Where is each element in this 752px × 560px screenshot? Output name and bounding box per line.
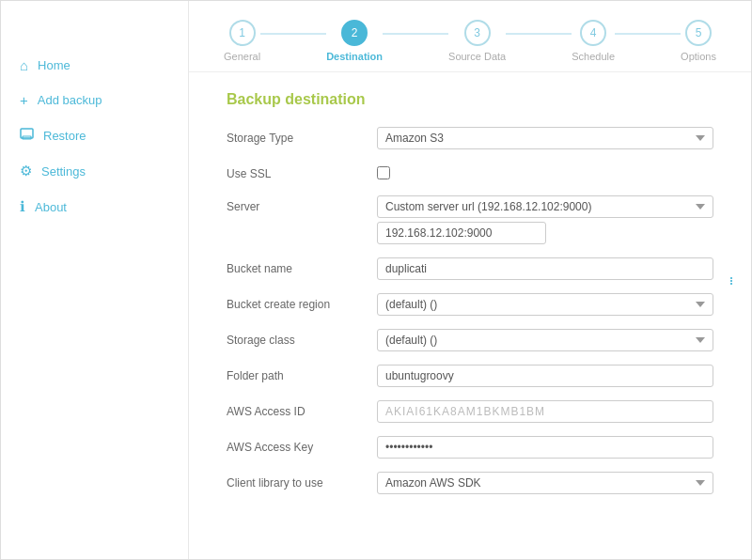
step-circle-5: 5: [685, 20, 712, 46]
storage-type-control: Amazon S3 Local folder FTP SFTP Google D…: [377, 127, 713, 149]
step-line-2: [383, 33, 448, 35]
sidebar-item-add-backup[interactable]: + Add backup: [1, 83, 188, 117]
client-library-row: Client library to use Amazon AWS SDK Min…: [227, 472, 713, 494]
server-input-group: Custom server url (192.168.12.102:9000): [377, 195, 713, 244]
server-custom-input[interactable]: [377, 222, 546, 244]
step-line-1: [260, 33, 326, 35]
step-label-2: Destination: [326, 51, 383, 62]
bucket-region-row: Bucket create region (default) (): [227, 293, 713, 316]
storage-class-select-wrapper: (default) (): [377, 329, 713, 351]
use-ssl-checkbox[interactable]: [377, 166, 390, 179]
folder-path-control: [377, 365, 713, 387]
step-label-1: General: [224, 51, 260, 62]
sidebar-item-settings-label: Settings: [41, 164, 86, 179]
folder-path-label: Folder path: [227, 365, 377, 382]
aws-access-key-control: [377, 436, 713, 459]
form-area: Backup destination Storage Type Amazon S…: [189, 72, 751, 559]
server-select[interactable]: Custom server url (192.168.12.102:9000): [377, 195, 713, 218]
use-ssl-control: [377, 163, 713, 182]
bucket-region-select-wrapper: (default) (): [377, 293, 713, 316]
bucket-name-label: Bucket name: [227, 257, 377, 275]
storage-class-control: (default) (): [377, 329, 713, 351]
aws-access-key-label: AWS Access Key: [227, 436, 377, 454]
aws-access-id-input[interactable]: [377, 400, 713, 423]
storage-type-label: Storage Type: [227, 127, 377, 145]
restore-icon: [20, 127, 34, 144]
aws-access-id-row: AWS Access ID: [227, 400, 713, 423]
server-label: Server: [227, 195, 377, 213]
aws-access-id-control: [377, 400, 713, 423]
about-icon: ℹ: [20, 198, 25, 215]
bucket-name-input[interactable]: [377, 257, 713, 280]
server-row: Server Custom server url (192.168.12.102…: [227, 195, 713, 244]
add-icon: +: [20, 92, 28, 108]
aws-access-id-label: AWS Access ID: [227, 400, 377, 418]
app-container: ⌂ Home + Add backup Restore ⚙ Settings ℹ…: [0, 0, 752, 560]
sidebar-item-restore-label: Restore: [43, 129, 86, 143]
server-select-wrapper: Custom server url (192.168.12.102:9000): [377, 195, 713, 218]
bucket-region-label: Bucket create region: [227, 293, 377, 311]
storage-type-select-wrapper: Amazon S3 Local folder FTP SFTP Google D…: [377, 127, 713, 149]
sidebar: ⌂ Home + Add backup Restore ⚙ Settings ℹ…: [1, 1, 189, 559]
aws-access-key-input[interactable]: [377, 436, 713, 459]
three-dot-menu[interactable]: ···: [722, 275, 742, 284]
step-line-3: [506, 33, 572, 35]
sidebar-item-home[interactable]: ⌂ Home: [1, 48, 188, 83]
sidebar-item-about-label: About: [35, 200, 67, 214]
sidebar-logo: [1, 20, 188, 48]
step-container: 1 General 2 Destination 3 Source Data 4 …: [224, 20, 716, 62]
aws-access-key-row: AWS Access Key: [227, 436, 713, 459]
step-circle-3: 3: [464, 20, 491, 46]
bucket-name-row: Bucket name: [227, 257, 713, 280]
step-1[interactable]: 1 General: [224, 20, 260, 62]
sidebar-item-restore[interactable]: Restore: [1, 117, 188, 153]
bucket-region-control: (default) (): [377, 293, 713, 316]
step-2[interactable]: 2 Destination: [326, 20, 383, 62]
client-library-control: Amazon AWS SDK MinIO SDK: [377, 472, 713, 494]
sidebar-item-about[interactable]: ℹ About: [1, 189, 188, 225]
storage-class-row: Storage class (default) (): [227, 329, 713, 351]
client-library-select-wrapper: Amazon AWS SDK MinIO SDK: [377, 472, 713, 494]
sidebar-item-add-backup-label: Add backup: [38, 93, 102, 107]
step-5[interactable]: 5 Options: [681, 20, 716, 62]
step-line-4: [615, 33, 681, 35]
step-3[interactable]: 3 Source Data: [448, 20, 506, 62]
use-ssl-label: Use SSL: [227, 163, 377, 180]
step-label-4: Schedule: [572, 51, 615, 62]
main-content: 1 General 2 Destination 3 Source Data 4 …: [189, 1, 751, 559]
server-control: Custom server url (192.168.12.102:9000): [377, 195, 713, 244]
step-4[interactable]: 4 Schedule: [572, 20, 615, 62]
bucket-region-select[interactable]: (default) (): [377, 293, 713, 316]
sidebar-item-settings[interactable]: ⚙ Settings: [1, 153, 188, 189]
form-title: Backup destination: [227, 91, 713, 108]
storage-class-select[interactable]: (default) (): [377, 329, 713, 351]
step-label-3: Source Data: [448, 51, 506, 62]
client-library-select[interactable]: Amazon AWS SDK MinIO SDK: [377, 472, 713, 494]
storage-class-label: Storage class: [227, 329, 377, 347]
client-library-label: Client library to use: [227, 472, 377, 490]
step-label-5: Options: [681, 51, 716, 62]
folder-path-input[interactable]: [377, 365, 713, 387]
wizard-steps: 1 General 2 Destination 3 Source Data 4 …: [189, 1, 751, 72]
bucket-name-control: [377, 257, 713, 280]
storage-type-select[interactable]: Amazon S3 Local folder FTP SFTP Google D…: [377, 127, 713, 149]
folder-path-row: Folder path: [227, 365, 713, 387]
storage-type-row: Storage Type Amazon S3 Local folder FTP …: [227, 127, 713, 149]
use-ssl-row: Use SSL: [227, 163, 713, 182]
step-circle-1: 1: [229, 20, 256, 46]
home-icon: ⌂: [20, 57, 28, 73]
sidebar-item-home-label: Home: [38, 58, 70, 72]
step-circle-4: 4: [580, 20, 606, 46]
settings-icon: ⚙: [20, 163, 32, 179]
step-circle-2: 2: [341, 20, 368, 46]
